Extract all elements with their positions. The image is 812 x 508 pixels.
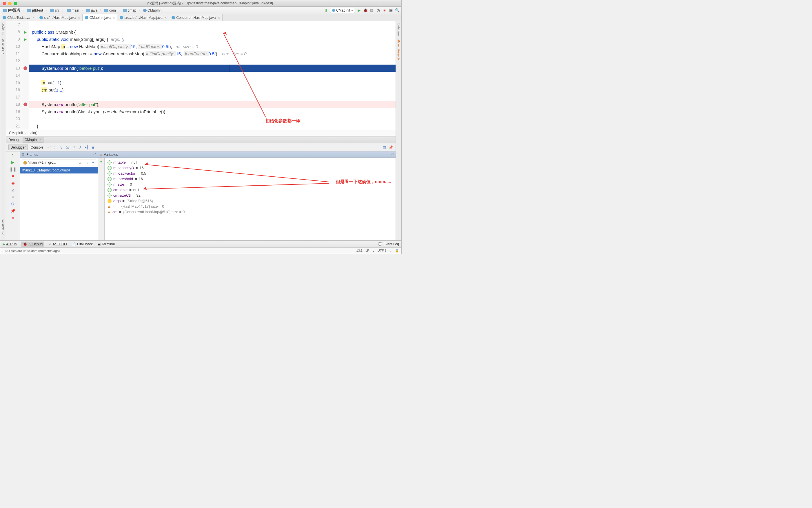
tool-terminal[interactable]: ▣Terminal (97, 242, 115, 246)
settings-icon[interactable]: ▥ (382, 145, 387, 150)
editor-tab[interactable]: ConcurrentHashMap.java× (169, 14, 222, 21)
profile-icon[interactable]: ◔ (376, 8, 380, 13)
file-encoding[interactable]: UTF-8 (378, 249, 387, 253)
event-log[interactable]: 💬Event Log (378, 242, 399, 246)
variable-row[interactable]: m.size = 0 (108, 181, 393, 187)
tool-window-database[interactable]: Database (397, 24, 400, 36)
code-line[interactable]: System.out.println(ClassLayout.parseInst… (29, 108, 396, 115)
stack-frame[interactable]: main:13, CMapInit (com.cmap) (20, 167, 98, 173)
tool-run[interactable]: ▶4: Run (3, 242, 16, 246)
tool-window-structure[interactable]: 7: Structure (1, 39, 5, 54)
code-line[interactable]: public static void main(String[] args) {… (29, 36, 396, 43)
stop-debug-icon[interactable]: ■ (10, 173, 16, 179)
tool-window-maven[interactable]: Maven Projects (397, 39, 400, 60)
run-icon[interactable]: ▶ (357, 8, 361, 13)
close-tab-icon[interactable]: × (218, 16, 220, 19)
coverage-icon[interactable]: ▦ (369, 8, 374, 13)
code-line[interactable] (29, 115, 396, 123)
tool-window-favorites[interactable]: 2: Favorites (1, 219, 5, 235)
variable-row[interactable]: cm.table = null (108, 187, 393, 193)
breadcrumb-item[interactable]: jdk源码 (2, 7, 22, 13)
stop-icon[interactable]: ■ (382, 8, 387, 13)
sync-icon[interactable]: ⇊ (324, 8, 328, 13)
breadcrumb-item[interactable]: CMapInit (142, 8, 163, 13)
variable-row[interactable]: m.loadFactor = 0.5 (108, 171, 393, 176)
tool-luacheck[interactable]: 📄LuaCheck (72, 242, 93, 246)
code-line[interactable]: m.put(1,1); (29, 79, 396, 86)
code-line[interactable]: cm.put(1,1); (29, 86, 396, 93)
code-line[interactable] (29, 72, 396, 79)
line-ending[interactable]: LF (365, 249, 369, 253)
code-line[interactable]: HashMap m = new HashMap( initialCapacity… (29, 43, 396, 50)
variable-row[interactable]: m.table = null (108, 160, 393, 165)
pause-icon[interactable]: ❚❚ (10, 167, 16, 172)
step-into-icon[interactable]: ↘ (58, 145, 64, 150)
code-line[interactable]: System.out.println("before put"); (29, 65, 396, 72)
breadcrumb-item[interactable]: com (103, 8, 118, 13)
dump-threads-icon[interactable]: ≡ (10, 194, 16, 200)
code-line[interactable] (29, 21, 396, 28)
step-over-icon[interactable]: ⤵ (52, 145, 57, 150)
drop-frame-icon[interactable]: ⤴ (78, 145, 83, 150)
code-line[interactable]: ConcurrentHashMap cm = new ConcurrentHas… (29, 50, 396, 57)
thread-selector[interactable]: ⬤ "main"@1 in gro... ◇ ↑ ↓ ▼ (22, 160, 96, 165)
close-debug-icon[interactable]: ✕ (10, 215, 16, 220)
code-line[interactable]: } (29, 123, 396, 130)
close-tab-icon[interactable]: × (165, 16, 167, 19)
breadcrumb-item[interactable]: cmap (122, 8, 138, 13)
crumb-method[interactable]: main() (28, 131, 37, 135)
variable-row[interactable]: ≣cm = {ConcurrentHashMap@518} size = 0 (108, 209, 393, 215)
view-breakpoints-icon[interactable]: ◉ (10, 180, 16, 186)
pin-icon[interactable]: 📌 (388, 145, 393, 150)
editor-tab[interactable]: CMapTest.java× (0, 14, 37, 21)
breakpoint-icon[interactable] (24, 66, 27, 70)
search-icon[interactable]: 🔍 (395, 8, 400, 13)
debug-icon[interactable]: 🐞 (363, 8, 368, 13)
variable-row[interactable]: m.capacity() = 16 (108, 165, 393, 171)
console-tab[interactable]: Console (29, 145, 45, 150)
code-line[interactable] (29, 93, 396, 101)
code-line[interactable]: System.out.println("after put"); (29, 101, 396, 108)
breadcrumb-item[interactable]: main (66, 8, 81, 13)
variable-row[interactable]: cm.sizeCtl = 32 (108, 193, 393, 198)
variable-row[interactable]: ≣m = {HashMap@517} size = 0 (108, 204, 393, 209)
lock-icon[interactable]: 🔒 (395, 249, 399, 253)
caret-position[interactable]: 13:1 (357, 249, 363, 253)
evaluate-icon[interactable]: 🖩 (90, 145, 96, 150)
crumb-class[interactable]: CMapInit (9, 131, 23, 135)
layout-icon[interactable]: ▣ (389, 8, 393, 13)
variable-row[interactable]: m.threshold = 16 (108, 176, 393, 181)
breakpoint-icon[interactable] (24, 102, 27, 106)
debug-session-tab[interactable]: CMapInit × (23, 137, 43, 143)
breadcrumb-item[interactable]: java (85, 8, 99, 13)
add-watch-icon[interactable]: + (100, 160, 102, 164)
close-window-icon[interactable] (3, 2, 6, 5)
tool-debug[interactable]: 🐞5: Debug (21, 242, 44, 247)
step-out-icon[interactable]: ↗ (71, 145, 77, 150)
run-config-selector[interactable]: CMapInit ▾ (330, 8, 355, 13)
minimize-window-icon[interactable] (8, 2, 11, 5)
gear-icon[interactable]: ⚙ (10, 201, 16, 207)
breadcrumb-item[interactable]: jdktest (26, 8, 45, 13)
resume-icon[interactable]: ▶ (10, 160, 16, 165)
debugger-tab[interactable]: Debugger (8, 144, 28, 150)
code-line[interactable] (29, 57, 396, 65)
variable-row[interactable]: Pargs = {String[0]@516} (108, 198, 393, 204)
close-tab-icon[interactable]: × (113, 16, 115, 19)
mute-breakpoints-icon[interactable]: ⊘ (10, 187, 16, 193)
tool-todo[interactable]: ✓6: TODO (49, 242, 67, 246)
breadcrumb-item[interactable]: src (49, 8, 62, 13)
close-tab-icon[interactable]: × (78, 16, 80, 19)
rerun-icon[interactable]: ↻ (10, 153, 16, 158)
zoom-window-icon[interactable] (14, 2, 17, 5)
close-tab-icon[interactable]: × (33, 16, 34, 19)
editor-tab[interactable]: src.zip!/.../HashMap.java× (117, 14, 169, 21)
run-to-cursor-icon[interactable]: ▸┃ (84, 145, 89, 150)
pin2-icon[interactable]: 📌 (10, 208, 16, 213)
code-line[interactable]: public class CMapInit { (29, 28, 396, 36)
editor-tab[interactable]: CMapInit.java× (83, 14, 118, 21)
editor-tab[interactable]: src/.../HashMap.java× (37, 14, 83, 21)
debug-panel-label: Debug: (8, 138, 20, 142)
force-step-into-icon[interactable]: ⇲ (65, 145, 70, 150)
tool-window-project[interactable]: 1: Project (1, 24, 5, 36)
